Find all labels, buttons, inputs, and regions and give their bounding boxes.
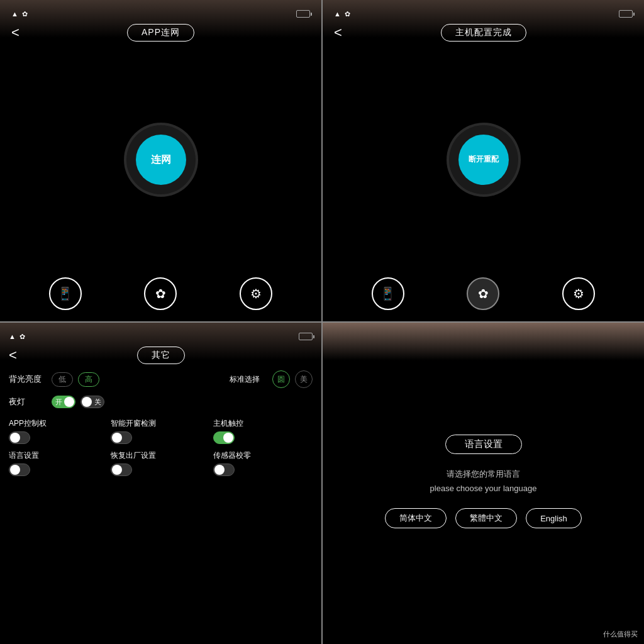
factory-reset-label: 恢复出厂设置 <box>111 450 210 461</box>
connect-button[interactable]: 连网 <box>136 135 186 185</box>
nightlight-row: 夜灯 开 关 <box>9 396 313 408</box>
panel-other-settings: ▲ ✿ < 其它 背光亮度 低 高 标准选择 圆 美 夜灯 开 <box>0 323 321 644</box>
factory-reset-cell: 恢复出厂设置 <box>111 450 210 476</box>
smart-window-cell: 智能开窗检测 <box>111 418 210 444</box>
lang-setting-label: 语言设置 <box>9 450 108 461</box>
app-control-label: APP控制权 <box>9 418 108 429</box>
smart-window-label: 智能开窗检测 <box>111 418 210 429</box>
standard-opt2-btn[interactable]: 美 <box>295 370 313 388</box>
bluetooth-icon-3: ✿ <box>19 333 25 341</box>
panel3-title: 其它 <box>152 350 170 360</box>
smart-window-toggle[interactable] <box>111 431 132 444</box>
connect-label: 连网 <box>151 153 171 165</box>
nightlight-on-toggle[interactable]: 开 <box>52 396 75 408</box>
lang-setting-cell: 语言设置 <box>9 450 108 476</box>
outer-ring-1: 连网 <box>126 125 196 194</box>
host-touch-label: 主机触控 <box>213 418 313 429</box>
standard-opt1-btn[interactable]: 圆 <box>272 370 290 388</box>
status-bar-1: ▲ ✿ <box>11 8 310 20</box>
title-badge-2: 主机配置完成 <box>441 24 526 42</box>
factory-reset-toggle[interactable] <box>111 464 132 476</box>
battery-icon-2 <box>619 10 633 18</box>
wifi-icon-1: ▲ <box>11 10 18 18</box>
host-touch-toggle[interactable] <box>213 431 235 444</box>
back-button-1[interactable]: < <box>11 26 19 40</box>
toggle-off-label: 关 <box>94 397 101 407</box>
status-bar-3: ▲ ✿ <box>9 330 313 343</box>
battery-icon-3 <box>299 333 313 340</box>
settings2-icon-1[interactable]: ✿ <box>144 277 177 310</box>
reconfig-label: 断开重配 <box>469 155 499 164</box>
language-buttons: 简体中文 繁體中文 English <box>385 508 582 528</box>
language-title: 语言设置 <box>465 438 502 449</box>
bluetooth-icon-1: ✿ <box>22 10 28 18</box>
panel-app-connect: ▲ ✿ < APP连网 连网 📱 ✿ ⚙ <box>0 0 321 321</box>
language-subtitle: 请选择您的常用语言 please choose your language <box>430 467 537 496</box>
status-bar-2: ▲ ✿ <box>334 8 633 20</box>
reconfig-button[interactable]: 断开重配 <box>458 135 509 185</box>
sensor-zero-label: 传感器校零 <box>213 450 313 461</box>
sensor-zero-toggle[interactable] <box>213 464 235 476</box>
panel-language: 语言设置 请选择您的常用语言 please choose your langua… <box>323 323 644 644</box>
back-button-2[interactable]: < <box>334 26 342 40</box>
panel-config-done: ▲ ✿ < 主机配置完成 断开重配 📱 ✿ ⚙ <box>323 0 644 321</box>
toggle-on-label: 开 <box>55 397 62 407</box>
wifi-icon-2: ▲ <box>334 10 341 18</box>
simplified-chinese-btn[interactable]: 简体中文 <box>385 508 447 528</box>
title-badge-1: APP连网 <box>127 24 194 42</box>
lang-factory-grid: 语言设置 恢复出厂设置 传感器校零 <box>9 450 313 476</box>
brightness-high-btn[interactable]: 高 <box>78 372 99 387</box>
subtitle-en: please choose your language <box>430 481 537 496</box>
wifi-icon-3: ▲ <box>9 333 16 340</box>
nightlight-off-toggle[interactable]: 关 <box>80 396 104 408</box>
host-touch-cell: 主机触控 <box>213 418 313 444</box>
title-badge-3: 其它 <box>137 347 185 364</box>
panel2-title: 主机配置完成 <box>455 27 512 37</box>
main-circle-area-1: 连网 <box>11 48 310 271</box>
bottom-icons-2: 📱 ✿ ⚙ <box>334 277 633 310</box>
english-btn[interactable]: English <box>526 508 582 528</box>
header-row-2: < 主机配置完成 <box>334 24 633 42</box>
backlight-label: 背光亮度 <box>9 374 47 385</box>
language-title-badge: 语言设置 <box>445 435 522 454</box>
bottom-icons-1: 📱 ✿ ⚙ <box>11 277 310 310</box>
phone-icon-2[interactable]: 📱 <box>372 277 404 310</box>
battery-icon-1 <box>296 10 310 18</box>
bluetooth-icon-2: ✿ <box>345 10 350 18</box>
panel1-title: APP连网 <box>142 27 180 37</box>
lang-setting-toggle[interactable] <box>9 464 30 476</box>
app-control-cell: APP控制权 <box>9 418 108 444</box>
traditional-chinese-btn[interactable]: 繁體中文 <box>455 508 517 528</box>
backlight-row: 背光亮度 低 高 标准选择 圆 美 <box>9 370 313 388</box>
header-row-1: < APP连网 <box>11 24 310 42</box>
app-control-toggle[interactable] <box>9 431 30 444</box>
gear-icon-1[interactable]: ⚙ <box>240 277 272 310</box>
subtitle-cn: 请选择您的常用语言 <box>430 467 537 481</box>
standard-label: 标准选择 <box>230 374 267 385</box>
main-circle-area-2: 断开重配 <box>334 48 633 271</box>
nightlight-label: 夜灯 <box>9 396 47 408</box>
control-grid: APP控制权 智能开窗检测 主机触控 <box>9 418 313 444</box>
language-panel: 语言设置 请选择您的常用语言 please choose your langua… <box>334 330 633 633</box>
phone-icon-1[interactable]: 📱 <box>49 277 82 310</box>
sensor-zero-cell: 传感器校零 <box>213 450 313 476</box>
back-button-3[interactable]: < <box>9 348 17 362</box>
gear-icon-2[interactable]: ⚙ <box>562 277 595 310</box>
brightness-low-btn[interactable]: 低 <box>52 372 73 387</box>
settings2-icon-2[interactable]: ✿ <box>467 277 499 310</box>
header-row-3: < 其它 <box>9 347 313 364</box>
outer-ring-2: 断开重配 <box>449 125 518 194</box>
